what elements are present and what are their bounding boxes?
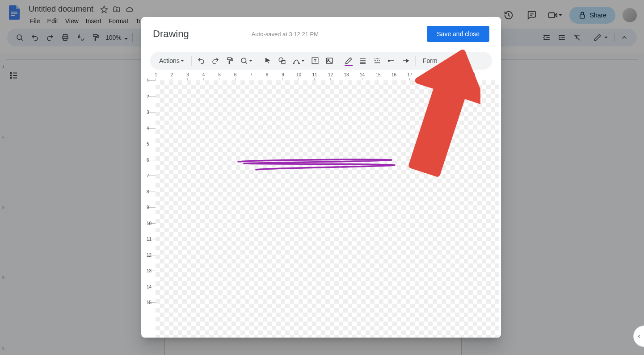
drawing-canvas[interactable] — [156, 80, 499, 338]
svg-point-18 — [299, 63, 299, 64]
svg-rect-23 — [360, 60, 366, 61]
line-color-icon[interactable] — [342, 54, 355, 67]
redo-icon[interactable] — [209, 54, 222, 67]
svg-point-17 — [293, 63, 294, 64]
svg-point-25 — [388, 60, 389, 62]
vertical-ruler[interactable]: 123456789101112131415 — [147, 80, 156, 338]
select-tool-icon[interactable] — [261, 54, 274, 67]
text-box-icon[interactable] — [308, 54, 322, 67]
scribble-drawing[interactable] — [236, 156, 397, 174]
save-and-close-button[interactable]: Save and close — [427, 26, 489, 42]
format-options-label[interactable]: Form — [418, 57, 442, 64]
shape-tool-icon[interactable] — [275, 54, 289, 67]
svg-rect-13 — [227, 58, 232, 60]
svg-rect-22 — [360, 58, 366, 59]
undo-icon[interactable] — [194, 54, 208, 67]
actions-dropdown[interactable]: Actions — [155, 54, 189, 67]
paint-format-icon[interactable] — [223, 54, 236, 67]
autosave-status: Auto-saved at 3:12:21 PM — [252, 31, 319, 38]
horizontal-ruler[interactable]: 123456789101112131415161718192021 — [147, 72, 501, 80]
drawing-modal: Drawing Auto-saved at 3:12:21 PM Save an… — [141, 17, 501, 338]
zoom-dropdown[interactable] — [237, 54, 255, 67]
image-icon[interactable] — [323, 54, 336, 67]
line-dash-icon[interactable] — [370, 54, 384, 67]
line-start-icon[interactable] — [385, 54, 398, 67]
modal-header: Drawing Auto-saved at 3:12:21 PM Save an… — [141, 17, 501, 47]
svg-point-15 — [279, 58, 283, 62]
svg-rect-16 — [282, 60, 285, 64]
drawing-canvas-area: 123456789101112131415161718192021 123456… — [147, 72, 501, 338]
line-tool-dropdown[interactable] — [290, 54, 307, 67]
modal-title: Drawing — [153, 28, 189, 40]
line-weight-icon[interactable] — [356, 54, 370, 67]
line-end-icon[interactable] — [399, 54, 412, 67]
svg-point-14 — [241, 58, 246, 63]
drawing-toolbar: Actions Form — [150, 52, 492, 70]
svg-rect-24 — [360, 63, 366, 64]
ruler-tick: 15 — [147, 302, 156, 318]
